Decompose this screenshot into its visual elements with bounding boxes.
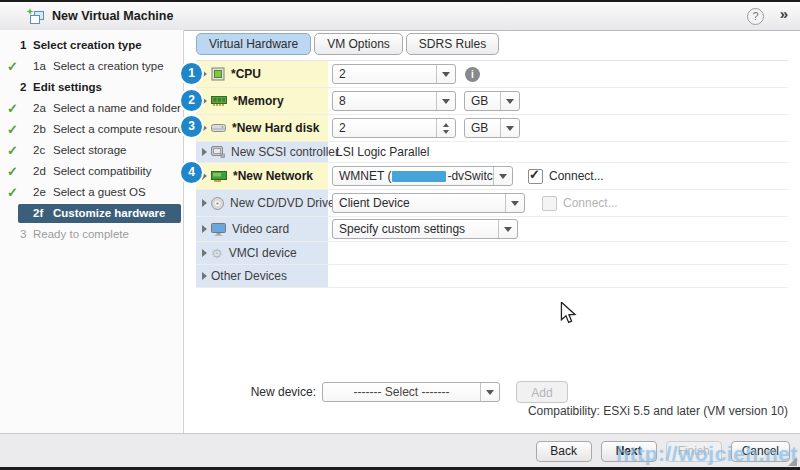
- memory-size-combobox[interactable]: 8: [332, 91, 456, 111]
- expand-arrow-icon[interactable]: [202, 97, 207, 105]
- disk-size-spinner[interactable]: 2: [332, 118, 456, 138]
- hw-row-scsi-controller: New SCSI controller LSI Logic Parallel: [196, 142, 788, 163]
- step-2d[interactable]: ✓ 2dSelect compatibility: [0, 161, 183, 182]
- new-vm-icon: [26, 8, 46, 28]
- gear-icon: ⚙: [211, 247, 223, 260]
- new-device-select[interactable]: ------- Select -------: [322, 382, 500, 402]
- expand-arrow-icon[interactable]: [202, 249, 207, 257]
- chevron-down-icon[interactable]: [505, 194, 524, 212]
- cd-dvd-connect: Connect...: [542, 190, 618, 216]
- hard-disk-icon: [211, 122, 226, 134]
- step-select-creation-type: 1Select creation type: [0, 35, 183, 56]
- hw-row-vmci-device: ⚙ VMCI device: [196, 242, 788, 265]
- scsi-controller-value: LSI Logic Parallel: [336, 142, 429, 162]
- chevron-down-icon[interactable]: [500, 119, 519, 137]
- chevron-down-icon[interactable]: [498, 220, 517, 238]
- other-devices-label-cell: Other Devices: [196, 265, 328, 287]
- step-edit-settings: 2Edit settings: [0, 77, 183, 98]
- callout-2: 2: [181, 90, 202, 111]
- expand-arrow-icon[interactable]: [202, 124, 207, 132]
- cd-dvd-icon: [211, 197, 224, 210]
- tab-vm-options[interactable]: VM Options: [314, 33, 403, 55]
- step-2e[interactable]: ✓ 2eSelect a guest OS: [0, 182, 183, 203]
- add-device-button: Add: [516, 381, 568, 403]
- video-card-label-cell: Video card: [196, 217, 328, 241]
- hard-disk-label-cell: *New Hard disk: [196, 115, 328, 141]
- hw-row-memory: *Memory 8 GB: [196, 88, 788, 115]
- step-3-ready-to-complete: 3Ready to complete: [0, 224, 183, 245]
- step-2b[interactable]: ✓ 2bSelect a compute resource: [0, 119, 183, 140]
- back-button[interactable]: Back: [536, 441, 592, 462]
- hardware-table: *CPU 2 i *Memory 8 GB: [196, 60, 788, 288]
- hardware-tabs: Virtual Hardware VM Options SDRS Rules: [196, 33, 499, 55]
- collapse-steps-icon[interactable]: »: [780, 5, 788, 22]
- info-icon[interactable]: i: [465, 67, 480, 82]
- check-icon: ✓: [7, 140, 18, 161]
- check-icon: ✓: [7, 119, 18, 140]
- cd-dvd-select[interactable]: Client Device: [332, 193, 525, 213]
- video-card-select[interactable]: Specify custom settings: [332, 219, 518, 239]
- step-2a[interactable]: ✓ 2aSelect a name and folder: [0, 98, 183, 119]
- hw-row-cd-dvd: New CD/DVD Drive Client Device Connect..…: [196, 190, 788, 217]
- scsi-label-cell: New SCSI controller: [196, 142, 328, 162]
- callout-3: 3: [181, 116, 202, 137]
- hw-row-new-network: *New Network WMNET (-dvSwitch) Connect..…: [196, 163, 788, 190]
- check-icon: ✓: [7, 56, 18, 77]
- callout-1: 1: [181, 63, 202, 84]
- expand-arrow-icon[interactable]: [202, 148, 207, 156]
- new-device-label: New device:: [196, 381, 316, 403]
- cpu-label-cell: *CPU: [196, 61, 328, 87]
- mouse-cursor: [560, 302, 577, 328]
- expand-arrow-icon[interactable]: [202, 70, 207, 78]
- steps-list: 1Select creation type ✓ 1aSelect a creat…: [0, 35, 183, 245]
- window-title: New Virtual Machine: [52, 2, 173, 30]
- tab-virtual-hardware[interactable]: Virtual Hardware: [196, 33, 311, 55]
- memory-unit-select[interactable]: GB: [464, 91, 520, 111]
- step-1a[interactable]: ✓ 1aSelect a creation type: [0, 56, 183, 77]
- title-bar: New Virtual Machine ? »: [0, 2, 800, 31]
- check-icon: ✓: [7, 98, 18, 119]
- check-icon: ✓: [7, 182, 18, 203]
- redacted-network-name: [392, 171, 446, 182]
- network-adapter-icon: [211, 171, 227, 182]
- wizard-steps-sidebar: 1Select creation type ✓ 1aSelect a creat…: [0, 30, 184, 433]
- hw-row-video-card: Video card Specify custom settings: [196, 217, 788, 242]
- scsi-controller-icon: [211, 146, 225, 158]
- spinner-arrows[interactable]: [436, 119, 455, 137]
- cpu-count-select[interactable]: 2: [332, 64, 456, 84]
- chevron-down-icon[interactable]: [436, 65, 455, 83]
- disk-unit-select[interactable]: GB: [464, 118, 520, 138]
- network-connect: Connect...: [528, 163, 604, 189]
- hw-row-new-hard-disk: *New Hard disk 2 GB: [196, 115, 788, 142]
- video-card-icon: [211, 223, 226, 236]
- hw-row-cpu: *CPU 2 i: [196, 61, 788, 88]
- chevron-down-icon[interactable]: [436, 92, 455, 110]
- new-device-row: New device: ------- Select ------- Add: [196, 381, 788, 405]
- network-label-cell: *New Network: [196, 163, 328, 189]
- step-2c[interactable]: ✓ 2cSelect storage: [0, 140, 183, 161]
- chevron-down-icon[interactable]: [480, 383, 499, 401]
- cd-dvd-label-cell: New CD/DVD Drive: [196, 190, 328, 216]
- expand-arrow-icon[interactable]: [202, 199, 207, 207]
- callout-4: 4: [181, 162, 202, 183]
- expand-arrow-icon[interactable]: [202, 272, 207, 280]
- memory-label-cell: *Memory: [196, 88, 328, 114]
- cpu-icon: [211, 67, 225, 81]
- watermark: http://wojcieh.net: [616, 442, 798, 466]
- connect-checkbox-disabled: [542, 196, 557, 211]
- expand-arrow-icon[interactable]: [202, 172, 207, 180]
- resize-grip[interactable]: [788, 457, 797, 466]
- help-icon[interactable]: ?: [747, 8, 764, 25]
- connect-checkbox[interactable]: [528, 169, 543, 184]
- tab-sdrs-rules[interactable]: SDRS Rules: [406, 33, 499, 55]
- network-select[interactable]: WMNET (-dvSwitch): [332, 166, 513, 186]
- check-icon: ✓: [7, 161, 18, 182]
- memory-icon: [211, 95, 227, 107]
- hw-row-other-devices: Other Devices: [196, 265, 788, 288]
- compatibility-text: Compatibility: ESXi 5.5 and later (VM ve…: [528, 404, 788, 418]
- expand-arrow-icon[interactable]: [202, 225, 207, 233]
- chevron-down-icon[interactable]: [500, 92, 519, 110]
- chevron-down-icon[interactable]: [493, 167, 512, 185]
- vmci-label-cell: ⚙ VMCI device: [196, 242, 328, 264]
- step-2f-customize-hardware-active[interactable]: 2fCustomize hardware: [0, 203, 183, 224]
